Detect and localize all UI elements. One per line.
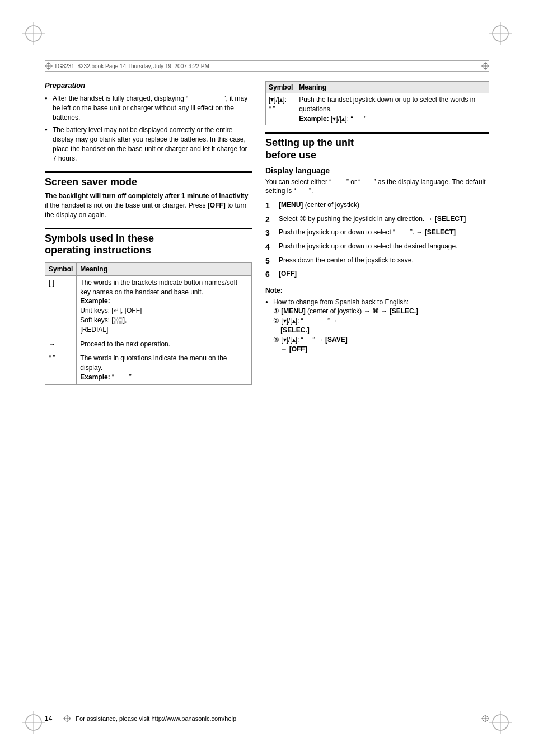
corner-mark-tl — [22, 22, 45, 45]
table-row: [ ] The words in the brackets indicate b… — [45, 275, 252, 337]
right-symbol-joystick: [▾]/[▴]:“ ” — [266, 93, 296, 125]
preparation-bullet-2: The battery level may not be displayed c… — [45, 125, 252, 163]
note-substep-3: ③ [▾]/[▴]: “ ” → [SAVE] → [OFF] — [273, 336, 348, 353]
screen-saver-bold: The backlight will turn off completely a… — [45, 192, 248, 200]
footer-crosshair-left — [63, 715, 71, 722]
step-4-content: Push the joystick up or down to select t… — [279, 242, 489, 253]
symbols-col2-header: Meaning — [77, 262, 252, 275]
corner-mark-tr — [489, 22, 512, 45]
step-5-num: 5 — [265, 256, 277, 267]
setting-up-section: Setting up the unitbefore use — [265, 132, 489, 161]
step-6: 6 [OFF] — [265, 269, 489, 280]
step-3-content: Push the joystick up or down to select “… — [279, 228, 489, 239]
footer-bar: 14 For assistance, please visit http://w… — [45, 711, 489, 722]
preparation-bullets: After the handset is fully charged, disp… — [45, 94, 252, 163]
table-row: “ ” The words in quotations indicate the… — [45, 351, 252, 384]
step-5: 5 Press down the center of the joystick … — [265, 256, 489, 267]
meaning-brackets: The words in the brackets indicate butto… — [77, 275, 252, 337]
note-substep-1: ① [MENU] (center of joystick) → ⌘ → [SEL… — [273, 307, 418, 315]
step-1-content: [MENU] (center of joystick) — [279, 200, 489, 212]
symbols-title: Symbols used in theseoperating instructi… — [45, 233, 252, 257]
symbol-brackets: [ ] — [45, 275, 77, 337]
preparation-bullet-1: After the handset is fully charged, disp… — [45, 94, 252, 122]
symbols-table: Symbol Meaning [ ] The words in the brac… — [45, 262, 252, 385]
footer-crosshair-right — [481, 715, 489, 722]
header-filename: TG8231_8232.book Page 14 Thursday, July … — [54, 63, 209, 69]
step-2-num: 2 — [265, 214, 277, 226]
note-section: Note: How to change from Spanish back to… — [265, 286, 489, 354]
table-row: [▾]/[▴]:“ ” Push the handset joystick do… — [266, 93, 489, 125]
setting-up-title: Setting up the unitbefore use — [265, 137, 489, 161]
step-5-content: Press down the center of the joystick to… — [279, 256, 489, 267]
step-1: 1 [MENU] (center of joystick) — [265, 200, 489, 212]
right-meaning-joystick: Push the handset joystick down or up to … — [296, 93, 489, 125]
symbol-quotes: “ ” — [45, 351, 77, 384]
step-4: 4 Push the joystick up or down to select… — [265, 242, 489, 253]
symbols-section: Symbols used in theseoperating instructi… — [45, 228, 252, 257]
page-number: 14 — [45, 715, 52, 722]
note-substep-2: ② [▾]/[▴]: “ ” → [SELEC.] — [273, 317, 338, 334]
step-2: 2 Select ⌘ by pushing the joystick in an… — [265, 214, 489, 226]
left-column: Preparation After the handset is fully c… — [45, 76, 252, 694]
display-language-intro: You can select either “ ” or “ ” as the … — [265, 177, 489, 196]
corner-mark-bl — [22, 711, 45, 734]
table-row: → Proceed to the next operation. — [45, 337, 252, 351]
step-4-num: 4 — [265, 242, 277, 253]
footer-assistance-text: For assistance, please visit http://www.… — [76, 715, 236, 722]
step-3-num: 3 — [265, 228, 277, 239]
right-column: Symbol Meaning [▾]/[▴]:“ ” Push the hand… — [265, 76, 489, 694]
steps-list: 1 [MENU] (center of joystick) 2 Select ⌘… — [265, 200, 489, 280]
right-symbol-table: Symbol Meaning [▾]/[▴]:“ ” Push the hand… — [265, 81, 489, 125]
right-table-col2: Meaning — [296, 82, 489, 93]
screen-saver-intro: The backlight will turn off completely a… — [45, 191, 252, 219]
content-area: Preparation After the handset is fully c… — [45, 76, 489, 694]
symbols-col1-header: Symbol — [45, 262, 77, 275]
step-6-num: 6 — [265, 269, 277, 280]
note-content: How to change from Spanish back to Engli… — [265, 298, 489, 354]
header-crosshair-left — [45, 62, 53, 70]
right-table-col1: Symbol — [266, 82, 296, 93]
step-6-content: [OFF] — [279, 269, 489, 280]
page: TG8231_8232.book Page 14 Thursday, July … — [0, 0, 534, 756]
display-language-heading: Display language — [265, 166, 489, 175]
screen-saver-title: Screen saver mode — [45, 176, 252, 189]
meaning-quotes: The words in quotations indicate the men… — [77, 351, 252, 384]
screen-saver-section: Screen saver mode — [45, 171, 252, 189]
step-2-content: Select ⌘ by pushing the joystick in any … — [279, 214, 489, 226]
preparation-title: Preparation — [45, 81, 252, 90]
meaning-arrow: Proceed to the next operation. — [77, 337, 252, 351]
header-crosshair-right — [481, 62, 489, 70]
preparation-section: Preparation After the handset is fully c… — [45, 81, 252, 163]
step-3: 3 Push the joystick up or down to select… — [265, 228, 489, 239]
symbol-arrow: → — [45, 337, 77, 351]
corner-mark-br — [489, 711, 512, 734]
header-bar: TG8231_8232.book Page 14 Thursday, July … — [45, 60, 489, 72]
note-title: Note: — [265, 286, 489, 295]
step-1-num: 1 — [265, 200, 277, 212]
note-bullet-1: How to change from Spanish back to Engli… — [265, 298, 489, 354]
